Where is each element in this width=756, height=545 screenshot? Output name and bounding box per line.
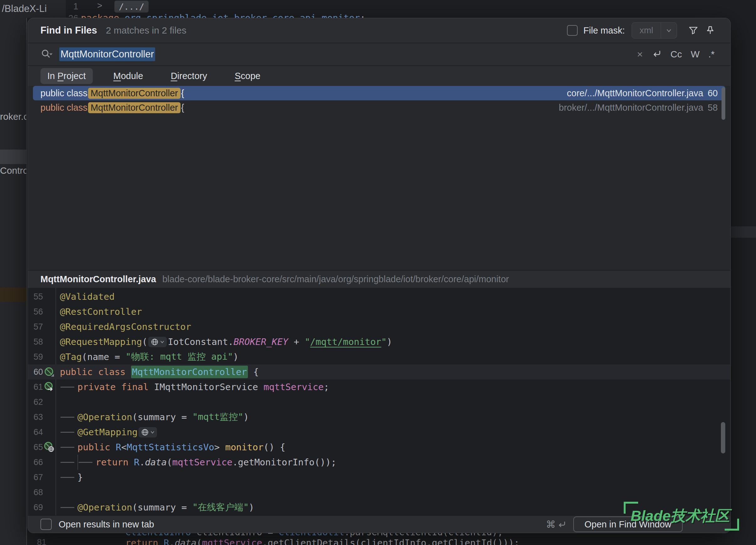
file-mask-checkbox[interactable] [567,25,578,36]
code-line[interactable]: 68 [28,485,730,500]
fold-chevron-icon[interactable]: > [97,1,102,11]
result-location: core/.../MqttMonitorController.java60 [567,88,718,98]
code-line[interactable]: 61private final IMqttMonitorService mqtt… [28,380,730,395]
code-token: @Tag [60,352,82,362]
code-token: "mqtt监控" [192,411,244,423]
sidebar-selected-row[interactable] [0,149,26,164]
request-mapping-globe-icon[interactable] [139,427,157,438]
scope-tab-scope[interactable]: Scope [228,68,267,84]
search-result-row[interactable]: public class MqttMonitorController {brok… [33,100,725,115]
file-mask-label: File mask: [583,25,625,36]
code-line[interactable]: 58@RequestMapping(IotConstant.BROKER_KEY… [28,334,730,349]
code-line[interactable]: 57@RequiredArgsConstructor [28,319,730,334]
folded-region-chip[interactable]: /.../ [114,1,149,13]
code-token: mqttService [172,457,232,468]
code-line[interactable]: 62 [28,395,730,410]
code-line-number: 66 [28,458,43,467]
code-line-text: @RequestMapping(IotConstant.BROKER_KEY +… [55,337,392,347]
code-line-number: 65 [28,443,43,452]
sidebar-item-clipped[interactable]: roker.c [0,111,27,122]
code-line-number: 64 [28,427,43,437]
code-line-number: 69 [28,503,43,512]
open-results-label: Open results in new tab [59,519,154,530]
results-scrollbar[interactable] [722,87,725,120]
code-token: @GetMapping [77,427,138,438]
file-mask-value: xml [632,25,661,35]
code-token: return [125,537,158,545]
sidebar-item-clipped[interactable]: Contro [0,165,27,176]
code-scrollbar[interactable] [721,422,725,453]
return-key-icon [557,520,566,529]
endpoint-navigate-gutter-icon[interactable] [43,382,55,392]
editor-line-number: 26 [66,13,78,18]
code-line-text: @GetMapping [55,425,158,440]
editor-line-number: 1 [66,1,78,12]
project-path-text: /BladeX-Li [2,3,47,14]
code-line-number: 63 [28,412,43,422]
search-options: × Cc W .* [637,49,715,60]
open-results-checkbox[interactable] [40,519,52,530]
code-line[interactable]: 65public R<MqttStatisticsVo> monitor() { [28,440,730,455]
code-token: ) [243,412,249,422]
code-match-highlight: MqttMonitorController [131,366,248,378]
code-token: BROKER_KEY [234,337,288,347]
code-token: { [248,367,259,377]
chevron-down-icon[interactable] [661,23,677,38]
header-controls: File mask: xml [567,22,716,39]
filter-icon[interactable] [688,25,699,36]
search-icon[interactable] [40,48,52,60]
endpoint-gutter-icon[interactable] [43,367,55,377]
code-token: R [116,442,121,453]
newline-icon[interactable] [652,49,662,60]
code-token [129,457,134,468]
code-line-text: public R<MqttStatisticsVo> monitor() { [55,440,286,455]
code-token: (summary = [132,412,192,422]
code-line[interactable]: 67} [28,470,730,485]
code-token: /mqtt/monitor [310,337,381,347]
background-project-path: /BladeX-Li [0,0,66,18]
code-token: " [381,337,386,347]
result-snippet: { [181,88,184,98]
scope-tab-directory[interactable]: Directory [164,68,214,84]
code-line-number: 62 [28,397,43,407]
code-line-text: @Operation(summary = "在线客户端") [55,500,254,515]
scope-tab-module[interactable]: Module [107,68,150,84]
code-line-number: 67 [28,473,43,482]
code-line-text: return R.data(mqttService.getMonitorInfo… [55,455,336,470]
match-case-toggle[interactable]: Cc [670,49,682,60]
file-mask-dropdown[interactable]: xml [632,22,677,39]
code-line[interactable]: 56@RestController [28,304,730,319]
scope-tab-in-project[interactable]: In Project [40,68,93,84]
code-line[interactable]: 64@GetMapping [28,425,730,440]
words-toggle[interactable]: W [691,49,700,60]
code-token: mqttService [264,382,324,392]
request-mapping-globe-icon[interactable] [148,337,167,347]
chevron-down-icon [150,430,155,435]
watermark-text: Blade技术社区 [631,506,730,526]
endpoint-api-gutter-icon[interactable] [43,442,55,453]
tab-whitespace-indicator [60,410,77,425]
code-token: final [121,382,149,392]
tab-whitespace-indicator [60,440,77,455]
clear-search-icon[interactable]: × [637,49,643,60]
code-token: @Operation [77,412,132,422]
code-token: (name = [82,352,126,362]
code-line[interactable]: 60public class MqttMonitorController { [28,364,730,380]
code-line-partial: ClientIdInfo clientIdInfo = ClientIdUtil… [125,532,503,537]
code-line[interactable]: 59@Tag(name = "物联: mqtt 监控 api") [28,349,730,364]
package-declaration-line: package org.springblade.iot.broker.core.… [81,13,365,18]
code-token: ) [233,352,239,362]
search-input[interactable]: MqttMonitorController [59,47,155,61]
result-snippet: { [181,102,184,113]
background-editor-top: 1 > /.../ 26 package org.springblade.iot… [66,0,756,18]
tab-whitespace-indicator [60,380,77,395]
code-line[interactable]: 55@Validated [28,289,730,304]
pin-icon[interactable] [705,25,716,36]
code-token: @RestController [60,307,142,317]
tab-whitespace-indicator [60,500,77,515]
code-token: public [77,442,110,453]
code-line[interactable]: 66return R.data(mqttService.getMonitorIn… [28,455,730,470]
search-result-row[interactable]: public class MqttMonitorController {core… [33,86,725,100]
code-line[interactable]: 63@Operation(summary = "mqtt监控") [28,410,730,425]
regex-toggle[interactable]: .* [708,49,715,60]
